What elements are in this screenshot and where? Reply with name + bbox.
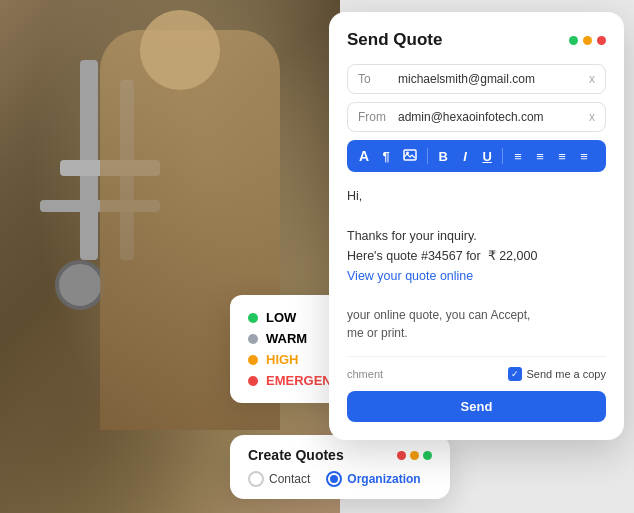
to-field[interactable]: To michaelsmith@gmail.com x: [347, 64, 606, 94]
quote-text: Here's quote #34567 for: [347, 249, 488, 263]
greeting: Hi,: [347, 186, 606, 206]
toolbar-underline-btn[interactable]: U: [478, 147, 496, 166]
quote-price: ₹ 22,000: [488, 249, 538, 263]
editor-toolbar: A ¶ B I U ≡ ≡ ≡ ≡: [347, 140, 606, 172]
attachment-label: chment: [347, 368, 383, 380]
warm-dot: [248, 334, 258, 344]
send-button[interactable]: Send: [347, 391, 606, 422]
high-label: HIGH: [266, 352, 299, 367]
send-me-copy-row[interactable]: Send me a copy: [508, 367, 607, 381]
radio-organization-label: Organization: [347, 472, 420, 486]
send-quote-modal: Send Quote To michaelsmith@gmail.com x F…: [329, 12, 624, 440]
tl-green: [423, 451, 432, 460]
modal-footer: chment Send me a copy: [347, 356, 606, 381]
from-label: From: [358, 110, 390, 124]
toolbar-image-btn[interactable]: [399, 147, 421, 166]
from-value: admin@hexaoinfotech.com: [398, 110, 581, 124]
from-clear-button[interactable]: x: [589, 110, 595, 124]
toolbar-font-btn[interactable]: A: [355, 146, 373, 166]
tl-yellow: [410, 451, 419, 460]
high-dot: [248, 355, 258, 365]
view-quote-link[interactable]: View your quote online: [347, 269, 473, 283]
create-quotes-title: Create Quotes: [248, 447, 344, 463]
modal-tl-red: [597, 36, 606, 45]
thanks-line: Thanks for your inquiry.: [347, 226, 606, 246]
send-me-copy-checkbox[interactable]: [508, 367, 522, 381]
modal-tl-yellow: [583, 36, 592, 45]
radio-contact-label: Contact: [269, 472, 310, 486]
body-continuation-2: me or print.: [347, 324, 606, 342]
modal-title: Send Quote: [347, 30, 442, 50]
toolbar-align-justify-btn[interactable]: ≡: [575, 147, 593, 166]
toolbar-paragraph-btn[interactable]: ¶: [377, 147, 395, 166]
toolbar-italic-btn[interactable]: I: [456, 147, 474, 166]
modal-traffic-lights: [569, 36, 606, 45]
toolbar-align-center-btn[interactable]: ≡: [531, 147, 549, 166]
traffic-lights: [397, 451, 432, 460]
quote-line: Here's quote #34567 for ₹ 22,000: [347, 246, 606, 266]
modal-header: Send Quote: [347, 30, 606, 50]
radio-contact-circle[interactable]: [248, 471, 264, 487]
create-quotes-card: Create Quotes Contact Organization: [230, 435, 450, 499]
card-header: Create Quotes: [248, 447, 432, 463]
to-value: michaelsmith@gmail.com: [398, 72, 581, 86]
radio-organization-circle[interactable]: [326, 471, 342, 487]
body-continuation-1: your online quote, you can Accept,: [347, 306, 606, 324]
warm-label: WARM: [266, 331, 307, 346]
toolbar-align-right-btn[interactable]: ≡: [553, 147, 571, 166]
low-label: LOW: [266, 310, 296, 325]
low-dot: [248, 313, 258, 323]
radio-contact[interactable]: Contact: [248, 471, 310, 487]
toolbar-bold-btn[interactable]: B: [434, 147, 452, 166]
email-body: Hi, Thanks for your inquiry. Here's quot…: [347, 182, 606, 346]
send-me-copy-label: Send me a copy: [527, 368, 607, 380]
modal-tl-green: [569, 36, 578, 45]
toolbar-divider-1: [427, 148, 428, 164]
from-field[interactable]: From admin@hexaoinfotech.com x: [347, 102, 606, 132]
tl-red: [397, 451, 406, 460]
to-label: To: [358, 72, 390, 86]
toolbar-divider-2: [502, 148, 503, 164]
toolbar-align-left-btn[interactable]: ≡: [509, 147, 527, 166]
radio-group: Contact Organization: [248, 471, 432, 487]
radio-organization[interactable]: Organization: [326, 471, 420, 487]
to-clear-button[interactable]: x: [589, 72, 595, 86]
emergency-dot: [248, 376, 258, 386]
